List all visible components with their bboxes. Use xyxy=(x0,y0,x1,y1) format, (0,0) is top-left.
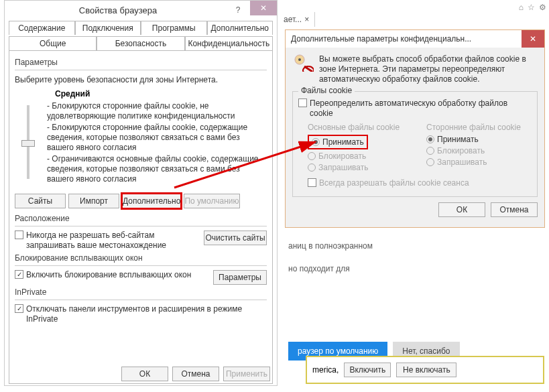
close-icon[interactable]: ✕ xyxy=(522,30,544,48)
tab-security[interactable]: Безопасность xyxy=(97,36,184,50)
never-allow-checkbox[interactable] xyxy=(15,231,23,239)
popup-group-label: Блокирование всплывающих окон xyxy=(15,253,267,263)
thirdparty-accept-radio[interactable] xyxy=(426,135,434,143)
thirdparty-block-radio[interactable] xyxy=(426,147,434,155)
internet-properties-dialog: Свойства браузера ? ✕ Содержание Подключ… xyxy=(4,0,278,386)
inprivate-group-label: InPrivate xyxy=(15,287,267,297)
tab-advanced[interactable]: Дополнительно xyxy=(207,21,273,35)
toast-text: merica, xyxy=(312,365,339,375)
default-button: По умолчанию xyxy=(184,194,239,208)
dialog-title: Свойства браузера xyxy=(10,5,226,15)
ok-button[interactable]: ОК xyxy=(121,367,168,381)
firstparty-label: Основные файлы cookie xyxy=(308,123,413,132)
dialog2-cancel-button[interactable]: Отмена xyxy=(491,202,538,217)
firstparty-accept-radio[interactable] xyxy=(312,138,320,146)
tab-programs[interactable]: Программы xyxy=(141,21,207,35)
home-icon[interactable]: ⌂ xyxy=(519,3,524,12)
level-name: Средний xyxy=(55,89,267,99)
disable-toolbars-checkbox[interactable]: ✓ xyxy=(15,304,23,313)
firstparty-block-label: Блокировать xyxy=(318,151,366,161)
thirdparty-accept-label: Принимать xyxy=(437,135,479,144)
apply-button: Применить xyxy=(223,367,270,381)
dialog2-title: Дополнительные параметры конфиденциальн.… xyxy=(286,34,522,44)
thirdparty-label: Сторонние файлы cookie xyxy=(426,123,532,132)
import-button[interactable]: Импорт xyxy=(68,194,119,208)
params-group-label: Параметры xyxy=(15,58,267,67)
files-cookie-legend: Файлы cookie xyxy=(298,86,355,95)
firstparty-block-radio[interactable] xyxy=(308,152,316,160)
background-text: аниц в полноэкранном но подходит для xyxy=(288,235,373,280)
advanced-button[interactable]: Дополнительно xyxy=(122,194,181,208)
popup-params-button[interactable]: Параметры xyxy=(213,270,267,285)
toast-enable-button[interactable]: Включить xyxy=(344,363,391,377)
session-cookie-label: Всегда разрешать файлы cookie сеанса xyxy=(319,178,532,188)
firstparty-ask-label: Запрашивать xyxy=(318,163,369,172)
level-description: - Блокируются сторонние файлы cookie, не… xyxy=(47,101,267,188)
sites-button[interactable]: Сайты xyxy=(15,194,66,208)
advanced-privacy-dialog: Дополнительные параметры конфиденциальн.… xyxy=(285,29,545,228)
disable-toolbars-label: Отключать панели инструментов и расширен… xyxy=(26,304,267,324)
thirdparty-block-label: Блокировать xyxy=(437,146,485,155)
clear-sites-button[interactable]: Очистить сайты xyxy=(204,231,267,245)
tab-connections[interactable]: Подключения xyxy=(75,21,141,35)
help-icon[interactable]: ? xyxy=(226,5,250,15)
gear-icon[interactable]: ⚙ xyxy=(539,3,546,12)
never-allow-label: Никогда не разрешать веб-сайтам запрашив… xyxy=(26,231,201,251)
location-group-label: Расположение xyxy=(15,214,267,223)
toast-disable-button[interactable]: Не включать xyxy=(396,363,456,377)
cancel-button[interactable]: Отмена xyxy=(172,367,219,381)
background-tab[interactable]: ает... × xyxy=(278,12,315,27)
tab-general[interactable]: Общие xyxy=(9,36,97,50)
close-icon[interactable]: × xyxy=(304,15,309,24)
enable-popup-label: Включить блокирование всплывающих окон xyxy=(26,270,210,280)
thirdparty-ask-label: Запрашивать xyxy=(437,157,487,167)
choose-level-label: Выберите уровень безопасности для зоны И… xyxy=(15,74,267,85)
dialog2-explain: Вы можете выбрать способ обработки файло… xyxy=(319,54,538,84)
firstparty-accept-label: Принимать xyxy=(322,137,364,147)
thirdparty-ask-radio[interactable] xyxy=(426,158,434,166)
star-icon[interactable]: ☆ xyxy=(528,3,535,12)
enable-popup-checkbox[interactable]: ✓ xyxy=(15,270,23,279)
firstparty-ask-radio[interactable] xyxy=(308,164,316,172)
close-icon[interactable]: ✕ xyxy=(250,1,277,15)
privacy-slider[interactable] xyxy=(15,101,42,188)
tab-content[interactable]: Содержание xyxy=(9,21,75,35)
tab-privacy[interactable]: Конфиденциальность xyxy=(185,36,273,50)
svg-point-1 xyxy=(298,58,301,61)
toast-bar: merica, Включить Не включать xyxy=(306,356,544,384)
override-label: Переопределить автоматическую обработку … xyxy=(310,99,532,119)
dialog2-ok-button[interactable]: ОК xyxy=(438,202,485,217)
slider-thumb[interactable] xyxy=(21,140,35,147)
override-checkbox[interactable] xyxy=(298,99,307,107)
bg-tab-label: ает... xyxy=(284,15,302,24)
privacy-eye-icon xyxy=(292,54,314,72)
session-cookie-checkbox[interactable] xyxy=(308,178,316,187)
